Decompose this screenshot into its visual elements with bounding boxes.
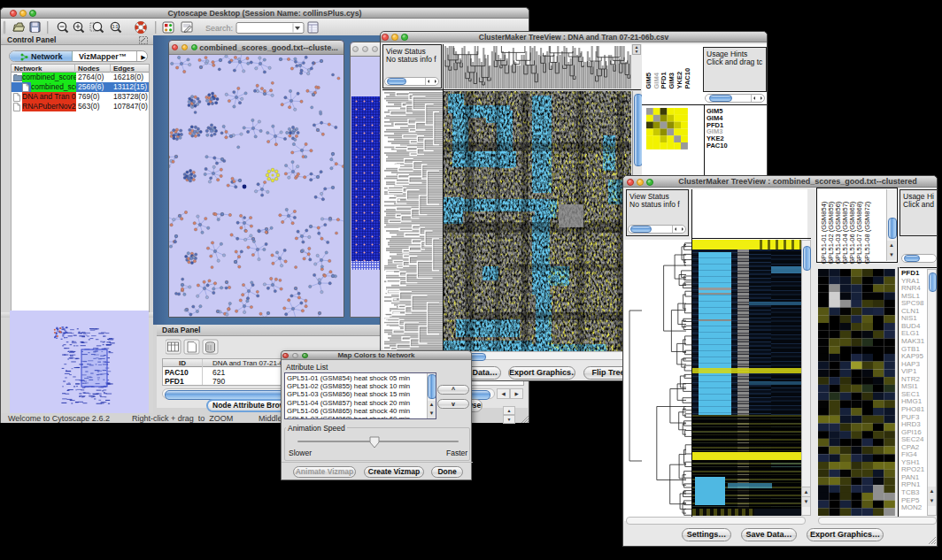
svg-text:Search:: Search: [205, 24, 233, 33]
svg-text:1:1: 1:1 [112, 25, 119, 29]
